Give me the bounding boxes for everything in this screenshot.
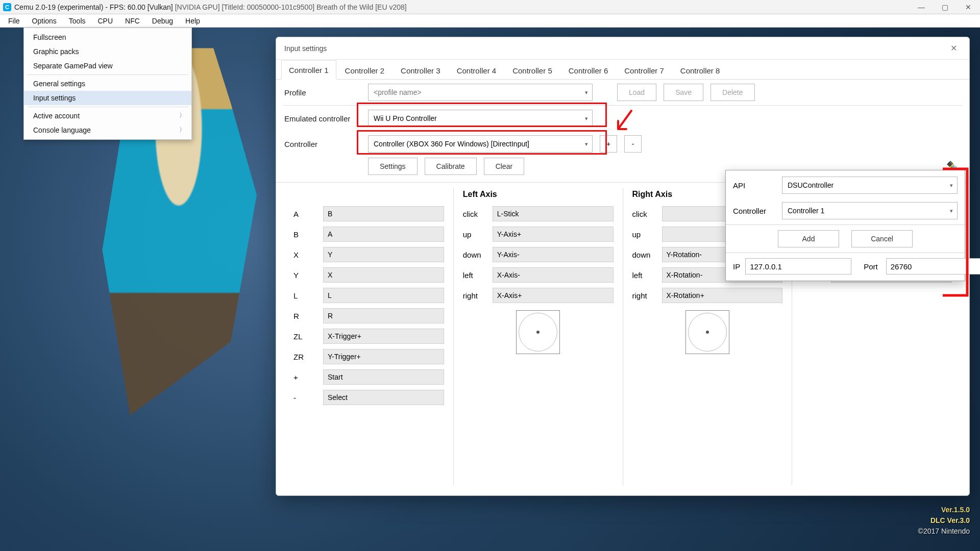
title-tid: [TitleId: 00050000-101c9500] (222, 3, 314, 11)
overlay-ver: Ver.1.5.0 (918, 505, 970, 515)
map-key: down (463, 251, 493, 259)
map-key: left (632, 271, 662, 280)
map-value[interactable]: X-Axis+ (493, 288, 614, 303)
overlay-copy: ©2017 Nintendo (918, 526, 970, 537)
remove-controller-button[interactable]: - (624, 135, 642, 153)
map-key: left (463, 271, 493, 280)
menu-cpu[interactable]: CPU (92, 15, 119, 27)
dd-fullscreen[interactable]: Fullscreen (24, 30, 191, 44)
map-value[interactable]: R (323, 308, 444, 323)
menu-file[interactable]: File (2, 15, 26, 27)
map-row: clickL-Stick (463, 206, 614, 221)
tab-controller-3[interactable]: Controller 3 (393, 61, 448, 79)
menu-nfc[interactable]: NFC (119, 15, 146, 27)
controller-combo[interactable]: Controller (XBOX 360 For Windows) [Direc… (368, 135, 593, 153)
dd-active-account[interactable]: Active account 〉 (24, 109, 191, 123)
tab-controller-1[interactable]: Controller 1 (281, 60, 336, 80)
tab-controller-5[interactable]: Controller 5 (505, 61, 560, 79)
controller-settings-button[interactable]: Settings (368, 158, 418, 175)
api-popup: API DSUController ▾ Controller Controlle… (725, 170, 965, 281)
map-key: ZR (293, 353, 323, 361)
map-value[interactable]: A (323, 227, 444, 242)
map-key: ZL (293, 332, 323, 341)
tab-controller-2[interactable]: Controller 2 (337, 61, 393, 79)
options-dropdown: Fullscreen Graphic packs Separate GamePa… (23, 28, 192, 140)
load-button[interactable]: Load (617, 84, 656, 101)
api-add-button[interactable]: Add (778, 230, 839, 247)
map-row: leftX-Axis- (463, 267, 614, 283)
save-button[interactable]: Save (664, 84, 703, 101)
map-value[interactable]: X-Axis- (493, 267, 614, 283)
window-buttons: — ▢ ✕ (910, 0, 980, 14)
map-row: LL (293, 288, 444, 303)
tab-controller-6[interactable]: Controller 6 (561, 61, 616, 79)
map-row: ZLX-Trigger+ (293, 329, 444, 344)
api-cancel-button[interactable]: Cancel (851, 230, 913, 247)
ctl-label: Controller (284, 140, 361, 148)
delete-button[interactable]: Delete (710, 84, 754, 101)
map-value[interactable]: Y-Axis+ (493, 227, 614, 242)
menu-options[interactable]: Options (26, 15, 63, 27)
map-key: X (293, 251, 323, 259)
tab-controller-4[interactable]: Controller 4 (449, 61, 504, 79)
api-controller-combo[interactable]: Controller 1 ▾ (782, 202, 958, 219)
minimize-button[interactable]: — (910, 0, 933, 14)
close-button[interactable]: ✕ (957, 0, 980, 14)
map-row: ZRY-Trigger+ (293, 349, 444, 364)
dd-input-settings[interactable]: Input settings (24, 91, 191, 105)
map-value[interactable]: B (323, 206, 444, 221)
map-key: A (293, 210, 323, 218)
profile-combo[interactable]: <profile name> ▾ (368, 84, 593, 101)
port-input[interactable] (886, 258, 980, 274)
map-row: +Start (293, 369, 444, 385)
maximize-button[interactable]: ▢ (933, 0, 957, 14)
map-row: rightX-Rotation+ (632, 288, 783, 303)
menu-tools[interactable]: Tools (63, 15, 92, 27)
map-value[interactable]: L-Stick (493, 206, 614, 221)
map-key: L (293, 291, 323, 300)
dd-separate-gamepad[interactable]: Separate GamePad view (24, 59, 191, 73)
modal-close-icon[interactable]: ✕ (946, 41, 961, 55)
chevron-down-icon: ▾ (585, 115, 588, 122)
map-value[interactable]: Y-Axis- (493, 247, 614, 262)
map-key: - (293, 393, 323, 402)
map-row: XY (293, 247, 444, 262)
map-value[interactable]: Select (323, 390, 444, 405)
overlay-dlc: DLC Ver.3.0 (918, 515, 970, 526)
menu-help[interactable]: Help (179, 15, 206, 27)
titlebar: C Cemu 2.0-19 (experimental) - FPS: 60.0… (0, 0, 980, 14)
port-label: Port (856, 262, 881, 271)
emu-controller-combo[interactable]: Wii U Pro Controller ▾ (368, 110, 593, 127)
map-value[interactable]: Y (323, 247, 444, 262)
ip-input[interactable] (745, 258, 851, 274)
map-value[interactable]: Y-Trigger+ (323, 349, 444, 364)
dd-general-settings[interactable]: General settings (24, 77, 191, 91)
chevron-right-icon: 〉 (179, 111, 185, 120)
map-key: B (293, 230, 323, 239)
map-row: upY-Axis+ (463, 227, 614, 242)
clear-button[interactable]: Clear (484, 158, 524, 175)
mapping-left-axis: Left Axis clickL-StickupY-Axis+downY-Axi… (454, 188, 623, 485)
chevron-down-icon: ▾ (950, 182, 953, 189)
api-combo[interactable]: DSUController ▾ (782, 177, 958, 194)
map-key: up (632, 230, 662, 239)
map-value[interactable]: X-Rotation+ (662, 288, 783, 303)
map-row: AB (293, 206, 444, 221)
tab-controller-7[interactable]: Controller 7 (617, 61, 672, 79)
title-api: [Vulkan] (148, 3, 173, 11)
map-value[interactable]: L (323, 288, 444, 303)
map-value[interactable]: X (323, 267, 444, 283)
menu-debug[interactable]: Debug (146, 15, 179, 27)
map-key: click (463, 210, 493, 218)
add-controller-button[interactable]: + (600, 135, 617, 153)
tab-controller-8[interactable]: Controller 8 (673, 61, 728, 79)
map-row: downY-Axis- (463, 247, 614, 262)
map-value[interactable]: Start (323, 369, 444, 385)
dd-sep1 (27, 74, 188, 75)
map-value[interactable]: X-Trigger+ (323, 329, 444, 344)
dd-graphic-packs[interactable]: Graphic packs (24, 44, 191, 59)
axis-visual (685, 310, 729, 354)
dd-console-language[interactable]: Console language 〉 (24, 123, 191, 137)
axis-visual (516, 310, 560, 354)
calibrate-button[interactable]: Calibrate (425, 158, 477, 175)
